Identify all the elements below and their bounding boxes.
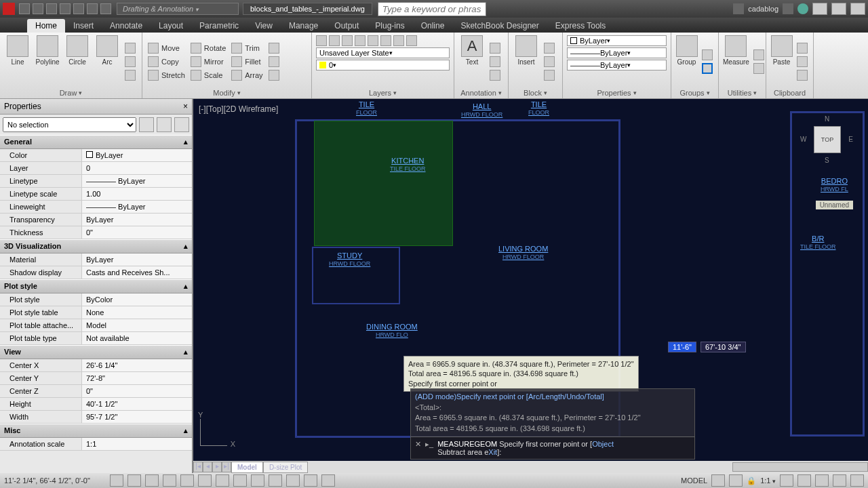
coords-readout[interactable]: 11'-2 1/4", 66'-4 1/2", 0'-0"	[4, 476, 106, 485]
table-button[interactable]	[488, 69, 502, 81]
snap-toggle[interactable]	[110, 474, 123, 487]
annovis-icon[interactable]	[780, 474, 793, 487]
grid-toggle[interactable]	[127, 474, 141, 487]
properties-header[interactable]: Properties×	[0, 99, 192, 115]
move-button[interactable]: Move	[146, 42, 186, 54]
rect-button[interactable]	[123, 42, 137, 54]
prop-row[interactable]: Center X26'-6 1/4"	[0, 359, 192, 372]
qselect-button[interactable]	[752, 62, 766, 75]
tpy-toggle[interactable]	[286, 474, 300, 487]
prop-row[interactable]: TransparencyByLayer	[0, 214, 192, 226]
leader-button[interactable]	[488, 56, 502, 68]
layerlock-icon[interactable]	[355, 35, 366, 46]
panel-groups-label[interactable]: Groups	[675, 87, 714, 97]
explode-button[interactable]	[267, 56, 281, 68]
match-button[interactable]	[795, 69, 809, 81]
fillet-button[interactable]: Fillet	[230, 56, 264, 68]
tab-online[interactable]: Online	[413, 19, 453, 33]
layermatch-icon[interactable]	[368, 35, 378, 46]
plot-icon[interactable]	[73, 3, 84, 14]
prop-category[interactable]: 3D Visualization▴	[0, 239, 192, 253]
prop-row[interactable]: Plot table typeNot available	[0, 332, 192, 345]
edit-button[interactable]	[542, 56, 556, 68]
command-line[interactable]: ✕ ▸_ MEASUREGEOM Specify first corner po…	[411, 436, 694, 459]
lwt-toggle[interactable]	[269, 474, 282, 487]
isolate-icon[interactable]	[833, 474, 846, 487]
polyline-button[interactable]: Polyline	[34, 35, 61, 87]
osnap-toggle[interactable]	[180, 474, 194, 487]
cmd-expand-icon[interactable]: ▸_	[425, 440, 433, 449]
prop-row[interactable]: Lineweight———— ByLayer	[0, 201, 192, 214]
maximize-button[interactable]	[831, 3, 846, 15]
save-icon[interactable]	[46, 3, 57, 14]
view-label[interactable]: [-][Top][2D Wireframe]	[199, 104, 278, 114]
3dosnap-toggle[interactable]	[198, 474, 212, 487]
help-icon[interactable]	[797, 3, 808, 14]
user-label[interactable]: cadablog	[748, 5, 778, 13]
color-dropdown[interactable]: ByLayer	[567, 35, 667, 46]
layerun-icon[interactable]	[406, 35, 417, 46]
panel-block-label[interactable]: Block	[513, 87, 558, 97]
tab-express[interactable]: Express Tools	[547, 19, 614, 33]
workspace-dropdown[interactable]: Drafting & Annotation	[117, 3, 239, 15]
file-tab[interactable]: blocks_and_tables_-_imperial.dwg	[243, 3, 372, 15]
group-button[interactable]: Group	[675, 35, 698, 87]
prop-row[interactable]: Center Z0"	[0, 385, 192, 398]
lweight-dropdown[interactable]: ———— ByLayer	[567, 47, 667, 58]
rotate-button[interactable]: Rotate	[189, 42, 227, 54]
tab-insert[interactable]: Insert	[65, 19, 102, 33]
line-button[interactable]: Line	[4, 35, 31, 87]
saveas-icon[interactable]	[60, 3, 71, 14]
model-space-toggle[interactable]: MODEL	[681, 476, 707, 485]
panel-properties-label[interactable]: Properties	[567, 87, 667, 97]
prop-row[interactable]: ColorByLayer	[0, 149, 192, 162]
qp-toggle[interactable]	[304, 474, 317, 487]
dyn-toggle[interactable]	[251, 474, 264, 487]
text-button[interactable]: AText	[458, 35, 486, 87]
prop-category[interactable]: General▴	[0, 135, 192, 149]
array-button[interactable]: Array	[230, 69, 264, 81]
new-icon[interactable]	[19, 3, 30, 14]
ltype-dropdown[interactable]: ———— ByLayer	[567, 60, 667, 70]
layerprop-icon[interactable]	[316, 35, 327, 46]
cleanscreen-icon[interactable]	[850, 474, 864, 487]
prop-category[interactable]: View▴	[0, 345, 192, 359]
measure-button[interactable]: Measure	[723, 35, 749, 87]
qselect-icon2[interactable]	[174, 117, 189, 132]
selection-dropdown[interactable]: No selection	[3, 117, 136, 132]
redo-icon[interactable]	[100, 3, 111, 14]
cut-button[interactable]	[795, 42, 809, 54]
paste-button[interactable]: Paste	[770, 35, 793, 87]
tab-layout[interactable]: Layout	[151, 19, 191, 33]
ducs-toggle[interactable]	[233, 474, 247, 487]
quickview-icon[interactable]	[711, 474, 725, 487]
prop-row[interactable]: MaterialByLayer	[0, 253, 192, 266]
ortho-toggle[interactable]	[145, 474, 159, 487]
command-window[interactable]: (ADD mode)Specify next point or [Arc/Len…	[410, 388, 695, 460]
panel-utilities-label[interactable]: Utilities	[723, 87, 762, 97]
select-button[interactable]	[752, 49, 766, 61]
prop-row[interactable]: Linetype———— ByLayer	[0, 175, 192, 188]
ws-switch-icon[interactable]	[797, 474, 811, 487]
undo-icon[interactable]	[87, 3, 98, 14]
prop-row[interactable]: Shadow displayCasts and Receives Sh...	[0, 266, 192, 279]
selectobj-icon[interactable]	[157, 117, 172, 132]
circle-button[interactable]: Circle	[64, 35, 91, 87]
exchange-icon[interactable]	[783, 3, 793, 14]
annoscale-dropdown[interactable]: 1:1	[760, 476, 776, 485]
prop-row[interactable]: Plot styleByColor	[0, 293, 192, 306]
stretch-button[interactable]: Stretch	[146, 69, 186, 81]
copy-button[interactable]: Copy	[146, 56, 186, 68]
layeriso-icon[interactable]	[393, 35, 404, 46]
search-input[interactable]	[378, 2, 486, 16]
ccopy-button[interactable]	[795, 56, 809, 68]
dim-button[interactable]	[488, 42, 502, 54]
prop-row[interactable]: Height40'-1 1/2"	[0, 398, 192, 411]
tab-annotate[interactable]: Annotate	[102, 19, 151, 33]
tab-model[interactable]: Model	[231, 462, 263, 473]
tab-view[interactable]: View	[247, 19, 281, 33]
prop-row[interactable]: Plot style tableNone	[0, 306, 192, 319]
groupedit-button[interactable]	[701, 62, 714, 75]
panel-draw-label[interactable]: Draw	[4, 87, 138, 97]
prop-row[interactable]: Thickness0"	[0, 226, 192, 239]
